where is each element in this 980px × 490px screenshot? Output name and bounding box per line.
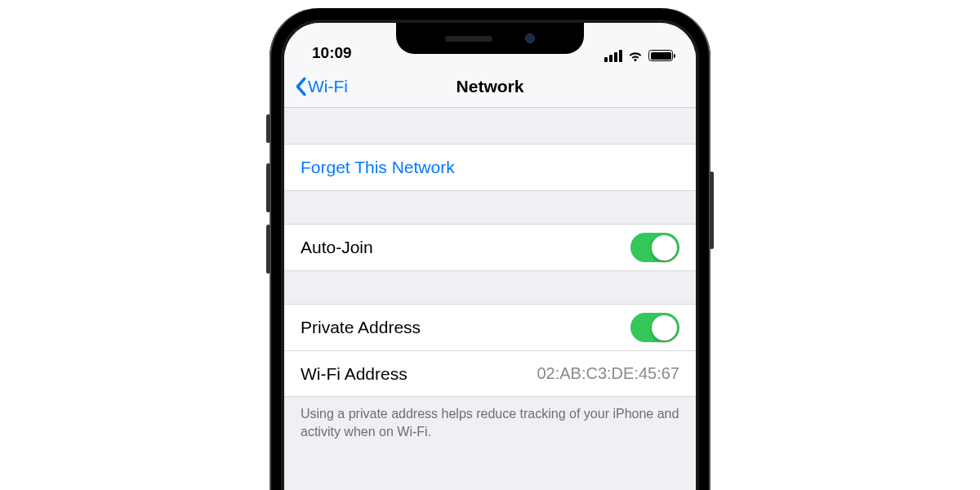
section-spacer: [284, 108, 696, 144]
toggle-knob: [652, 315, 677, 341]
private-address-footer: Using a private address helps reduce tra…: [284, 397, 696, 448]
private-address-label: Private Address: [301, 318, 421, 337]
mute-switch: [266, 114, 270, 143]
auto-join-toggle[interactable]: [630, 233, 679, 262]
back-button[interactable]: Wi-Fi: [294, 77, 348, 96]
toggle-knob: [652, 235, 677, 261]
private-address-group: Private Address Wi-Fi Address 02:AB:C3:D…: [284, 304, 696, 397]
auto-join-label: Auto-Join: [301, 238, 373, 257]
back-label: Wi-Fi: [308, 77, 348, 96]
device-frame: 10:09 Wi: [270, 8, 710, 490]
wifi-address-row: Wi-Fi Address 02:AB:C3:DE:45:67: [284, 350, 696, 396]
status-time: 10:09: [312, 44, 352, 62]
wifi-icon: [627, 49, 644, 62]
forget-network-label: Forget This Network: [301, 158, 455, 177]
forget-group: Forget This Network: [284, 144, 696, 191]
section-spacer: [284, 271, 696, 304]
notch: [396, 23, 584, 54]
power-button: [710, 172, 714, 249]
chevron-left-icon: [294, 77, 307, 96]
auto-join-group: Auto-Join: [284, 224, 696, 271]
screen: 10:09 Wi: [284, 23, 696, 490]
wifi-address-value: 02:AB:C3:DE:45:67: [537, 364, 679, 383]
battery-icon: [648, 50, 673, 61]
private-address-toggle[interactable]: [630, 313, 679, 342]
auto-join-row: Auto-Join: [284, 225, 696, 270]
status-icons: [604, 49, 673, 62]
cellular-signal-icon: [604, 50, 622, 62]
front-camera: [525, 33, 535, 43]
volume-down-button: [266, 225, 270, 274]
speaker: [445, 36, 492, 42]
wifi-address-label: Wi-Fi Address: [301, 364, 408, 384]
forget-network-button[interactable]: Forget This Network: [284, 145, 696, 190]
private-address-row: Private Address: [284, 305, 696, 350]
section-spacer: [284, 191, 696, 224]
navigation-bar: Wi-Fi Network: [284, 65, 696, 108]
volume-up-button: [266, 163, 270, 212]
page-title: Network: [457, 77, 524, 96]
